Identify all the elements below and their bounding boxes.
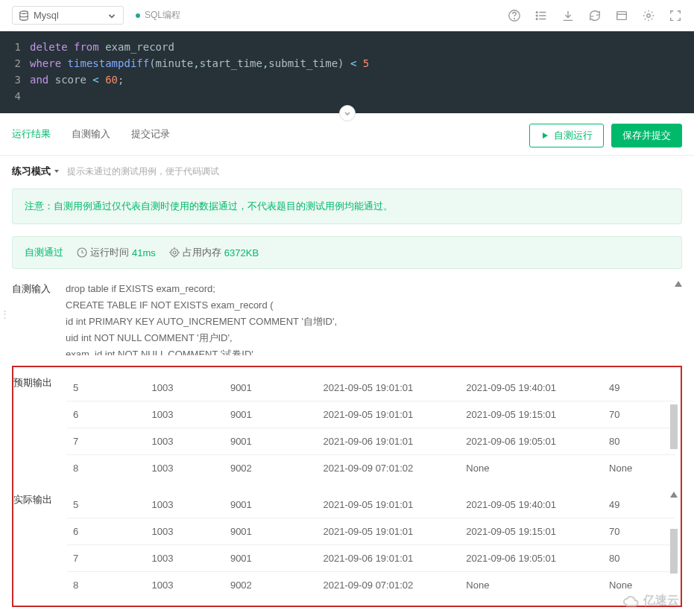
table-cell: 8	[67, 455, 145, 482]
table-cell: None	[603, 455, 675, 482]
runtime-stat: 运行时间 41ms	[77, 246, 156, 259]
code-editor[interactable]: 1delete from exam_record2where timestamp…	[0, 31, 694, 113]
table-cell: 2021-09-09 07:01:02	[318, 572, 461, 599]
table-row: 7100390012021-09-06 19:01:012021-09-06 1…	[67, 428, 675, 455]
table-cell: 2021-09-06 19:05:01	[460, 545, 603, 572]
window-icon[interactable]	[615, 9, 628, 22]
expected-table: 5100390012021-09-05 19:01:012021-09-05 1…	[67, 375, 675, 481]
table-row: 6100390012021-09-05 19:01:012021-09-05 1…	[67, 518, 675, 545]
table-cell: 2021-09-05 19:40:01	[460, 492, 603, 518]
table-cell: 49	[603, 492, 675, 518]
database-select[interactable]: Mysql	[12, 6, 124, 25]
refresh-icon[interactable]	[588, 9, 602, 22]
actual-table: 5100390012021-09-05 19:01:012021-09-05 1…	[67, 492, 675, 598]
table-cell: 70	[603, 401, 675, 428]
table-cell: None	[460, 572, 603, 599]
top-toolbar: Mysql SQL编程	[0, 0, 694, 31]
table-cell: 2021-09-05 19:01:01	[318, 492, 461, 518]
scroll-up-arrow[interactable]	[670, 492, 678, 498]
table-cell: 6	[67, 401, 145, 428]
editor-line: 1delete from exam_record	[0, 39, 694, 55]
file-tab-label: SQL编程	[145, 9, 180, 22]
output-comparison: 预期输出 5100390012021-09-05 19:01:012021-09…	[12, 366, 682, 607]
table-cell: 5	[67, 375, 145, 401]
svg-point-2	[514, 18, 515, 19]
svg-point-5	[536, 18, 537, 19]
cloud-icon	[622, 594, 640, 609]
clock-icon	[77, 247, 87, 258]
table-cell: 9001	[224, 492, 318, 518]
table-cell: 2021-09-06 19:05:01	[460, 428, 603, 455]
status-box: 自测通过 运行时间 41ms 占用内存 6372KB	[12, 236, 682, 269]
self-input-label: 自测输入	[12, 281, 57, 296]
mode-hint: 提示未通过的测试用例，便于代码调试	[67, 165, 219, 178]
table-cell: 6	[67, 518, 145, 545]
database-icon	[19, 10, 29, 21]
table-row: 8100390022021-09-09 07:01:02NoneNone	[67, 455, 675, 482]
table-cell: 49	[603, 375, 675, 401]
svg-point-3	[536, 11, 537, 13]
table-cell: 2021-09-05 19:01:01	[318, 401, 461, 428]
editor-resize-handle[interactable]	[339, 105, 356, 121]
download-icon[interactable]	[561, 9, 575, 22]
table-row: 6100390012021-09-05 19:01:012021-09-05 1…	[67, 401, 675, 428]
mode-label-text: 练习模式	[12, 165, 51, 178]
left-drag-handle[interactable]: ⋮	[0, 308, 10, 320]
table-cell: 2021-09-06 19:01:01	[318, 545, 461, 572]
table-cell: 1003	[145, 545, 224, 572]
table-row: 5100390012021-09-05 19:01:012021-09-05 1…	[67, 492, 675, 518]
play-icon	[540, 131, 549, 140]
svg-point-10	[173, 251, 176, 254]
svg-point-4	[536, 15, 537, 16]
table-cell: 9002	[224, 455, 318, 482]
table-cell: 2021-09-05 19:15:01	[460, 401, 603, 428]
self-input-code: drop table if EXISTS exam_record; CREATE…	[66, 281, 682, 355]
table-cell: 1003	[145, 428, 224, 455]
table-cell: 80	[603, 428, 675, 455]
actual-output-section: 实际输出 5100390012021-09-05 19:01:012021-09…	[13, 492, 675, 598]
mode-row: 练习模式 提示未通过的测试用例，便于代码调试	[12, 165, 682, 178]
table-cell: 9001	[224, 375, 318, 401]
expected-label: 预期输出	[13, 375, 58, 390]
submit-button[interactable]: 保存并提交	[611, 124, 682, 147]
self-test-button[interactable]: 自测运行	[529, 124, 604, 147]
unsaved-dot-icon	[136, 13, 140, 18]
file-tab[interactable]: SQL编程	[136, 9, 180, 22]
tab-self-input[interactable]: 自测输入	[72, 127, 110, 144]
tab-history[interactable]: 提交记录	[131, 127, 170, 144]
table-cell: 80	[603, 545, 675, 572]
caret-down-icon	[54, 168, 60, 174]
fullscreen-icon[interactable]	[669, 9, 682, 22]
actual-label: 实际输出	[13, 492, 58, 507]
editor-line: 3and score < 60;	[0, 72, 694, 88]
list-icon[interactable]	[534, 9, 548, 22]
watermark: 亿速云	[622, 593, 679, 609]
self-input-section: 自测输入 drop table if EXISTS exam_record; C…	[12, 281, 682, 355]
table-cell: 1003	[145, 518, 224, 545]
table-cell: 1003	[145, 492, 224, 518]
tab-result[interactable]: 运行结果	[12, 127, 51, 144]
settings-icon[interactable]	[642, 9, 655, 22]
help-icon[interactable]	[508, 9, 521, 22]
status-badge: 自测通过	[25, 246, 63, 259]
memory-stat: 占用内存 6372KB	[169, 246, 259, 259]
database-select-label: Mysql	[34, 10, 59, 21]
table-row: 5100390012021-09-05 19:01:012021-09-05 1…	[67, 375, 675, 401]
table-cell: 2021-09-09 07:01:02	[318, 455, 461, 482]
table-cell: 70	[603, 518, 675, 545]
table-cell: 9002	[224, 572, 318, 599]
table-cell: 9001	[224, 518, 318, 545]
svg-point-9	[171, 249, 178, 256]
mode-dropdown[interactable]: 练习模式	[12, 165, 60, 178]
svg-point-0	[20, 10, 28, 13]
chevron-down-icon	[344, 109, 351, 117]
table-cell: 9001	[224, 401, 318, 428]
cpu-icon	[169, 247, 180, 258]
scrollbar[interactable]	[670, 529, 678, 574]
scrollbar[interactable]	[670, 404, 678, 449]
table-cell: 2021-09-05 19:40:01	[460, 375, 603, 401]
table-cell: 7	[67, 428, 145, 455]
toolbar-icons	[508, 9, 682, 22]
self-test-label: 自测运行	[554, 129, 593, 142]
scroll-up-arrow[interactable]	[675, 281, 682, 287]
